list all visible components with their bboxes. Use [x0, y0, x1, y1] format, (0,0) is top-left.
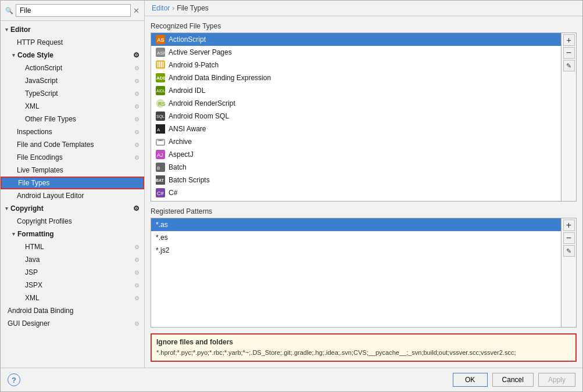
tree-item-gui-designer-label: GUI Designer: [8, 319, 50, 328]
file-type-android-9patch[interactable]: Android 9-Patch: [151, 59, 561, 71]
tree-item-http-request-label: HTTP Request: [17, 38, 63, 46]
gear-icon-other-file-types: ⚙: [134, 116, 140, 123]
file-type-batch[interactable]: B Batch: [151, 161, 561, 174]
file-type-icon-asp: ASP: [156, 48, 165, 57]
apply-button[interactable]: Apply: [538, 373, 575, 387]
tree-group-copyright[interactable]: ▾ Copyright ⚙: [1, 202, 144, 215]
tree-group-editor[interactable]: ▾ Editor: [1, 23, 144, 36]
svg-text:ASP: ASP: [157, 51, 165, 56]
tree-item-copyright-profiles[interactable]: Copyright Profiles: [1, 215, 144, 228]
file-type-archive[interactable]: Archive: [151, 135, 561, 148]
edit-file-type-button[interactable]: ✎: [563, 60, 575, 71]
tree-item-live-templates-label: Live Templates: [17, 166, 63, 174]
tree-item-android-data-binding-label: Android Data Binding: [8, 307, 73, 315]
breadcrumb-parent[interactable]: Editor: [152, 4, 170, 12]
tree-item-html[interactable]: HTML ⚙: [1, 240, 144, 253]
pattern-item-es[interactable]: *.es: [151, 231, 561, 244]
tree-item-http-request[interactable]: HTTP Request: [1, 36, 144, 49]
file-type-active-server-pages[interactable]: ASP Active Server Pages: [151, 46, 561, 59]
file-type-android-idl[interactable]: AIDL Android IDL: [151, 84, 561, 97]
file-type-icon-archive: [156, 137, 165, 146]
file-type-batch-scripts[interactable]: BAT Batch Scripts: [151, 174, 561, 186]
tree-group-code-style[interactable]: ▾ Code Style ⚙: [1, 49, 144, 62]
svg-text:ADB: ADB: [156, 75, 165, 81]
file-type-label-archive: Archive: [169, 138, 192, 146]
tree-item-inspections-label: Inspections: [17, 128, 52, 136]
add-pattern-button[interactable]: +: [563, 220, 575, 231]
tree-item-file-encodings[interactable]: File Encodings ⚙: [1, 151, 144, 164]
gear-icon-jspx: ⚙: [134, 282, 140, 289]
tree-item-android-layout-editor[interactable]: Android Layout Editor: [1, 189, 144, 202]
file-type-android-renderscript[interactable]: RS Android RenderScript: [151, 97, 561, 110]
svg-text:AJ: AJ: [157, 152, 163, 158]
expand-arrow-editor: ▾: [5, 27, 8, 33]
expand-arrow-formatting: ▾: [12, 231, 15, 237]
tree-group-formatting-label: Formatting: [17, 230, 54, 238]
tree-item-jsp-label: JSP: [25, 268, 38, 276]
tree-item-typescript[interactable]: TypeScript ⚙: [1, 87, 144, 100]
pattern-item-as[interactable]: *.as: [151, 218, 561, 231]
file-type-label-9patch: Android 9-Patch: [169, 61, 219, 69]
right-content: Recognized File Types AS ActionScript: [145, 16, 582, 368]
ok-button[interactable]: OK: [453, 373, 488, 387]
file-type-android-data-binding[interactable]: ADB Android Data Binding Expression: [151, 71, 561, 84]
svg-text:SQL: SQL: [156, 114, 164, 119]
gear-icon-file-code-templates: ⚙: [134, 142, 140, 148]
tree-item-android-data-binding[interactable]: Android Data Binding: [1, 304, 144, 317]
patterns-list-container: *.as *.es *.js2 + − ✎: [151, 218, 577, 327]
tree-item-live-templates[interactable]: Live Templates: [1, 164, 144, 177]
tree-item-jspx-label: JSPX: [25, 281, 42, 289]
tree-group-editor-label: Editor: [10, 26, 31, 34]
tree-item-file-encodings-label: File Encodings: [17, 153, 63, 161]
file-types-buttons: + − ✎: [561, 33, 577, 202]
tree-item-actionscript[interactable]: ActionScript ⚙: [1, 62, 144, 74]
breadcrumb: Editor › File Types: [145, 1, 582, 16]
right-panel: Editor › File Types Recognized File Type…: [145, 1, 582, 368]
tree-item-actionscript-label: ActionScript: [25, 64, 62, 72]
edit-pattern-button[interactable]: ✎: [563, 245, 575, 257]
tree-item-inspections[interactable]: Inspections ⚙: [1, 125, 144, 138]
file-type-label-batch: Batch: [169, 163, 187, 171]
pattern-item-js2[interactable]: *.js2: [151, 244, 561, 257]
file-type-label-renderscript: Android RenderScript: [169, 99, 235, 107]
file-type-csharp[interactable]: C# C#: [151, 186, 561, 199]
help-button[interactable]: ?: [8, 373, 20, 386]
file-type-icon-roomsql: SQL: [156, 112, 165, 121]
file-type-icon-csharp: C#: [156, 188, 165, 197]
tree-item-xml-formatting[interactable]: XML ⚙: [1, 292, 144, 304]
search-clear-icon[interactable]: ✕: [133, 6, 140, 15]
add-file-type-button[interactable]: +: [563, 34, 575, 46]
tree-item-file-types[interactable]: File Types: [1, 177, 144, 189]
expand-arrow-code-style: ▾: [12, 52, 15, 58]
tree-group-formatting[interactable]: ▾ Formatting: [1, 228, 144, 240]
gear-icon-code-style: ⚙: [133, 51, 140, 59]
dialog-buttons: ? OK Cancel Apply: [1, 368, 582, 391]
file-type-label-batch-scripts: Batch Scripts: [169, 176, 210, 184]
remove-file-type-button[interactable]: −: [563, 47, 575, 59]
gear-icon-xml: ⚙: [134, 103, 140, 110]
tree-item-file-code-templates-label: File and Code Templates: [17, 141, 94, 149]
tree-item-gui-designer[interactable]: GUI Designer ⚙: [1, 317, 144, 330]
file-type-aspectj[interactable]: AJ AspectJ: [151, 148, 561, 161]
search-input[interactable]: [16, 4, 131, 17]
file-type-actionscript[interactable]: AS ActionScript: [151, 33, 561, 46]
tree-item-jsp[interactable]: JSP ⚙: [1, 266, 144, 279]
file-type-icon-aidl: AIDL: [156, 86, 165, 95]
file-type-label-asp: Active Server Pages: [169, 48, 232, 56]
gear-icon-copyright: ⚙: [133, 204, 140, 213]
file-type-icon-aspectj: AJ: [156, 150, 165, 159]
gear-icon-javascript: ⚙: [134, 78, 140, 84]
cancel-button[interactable]: Cancel: [492, 373, 534, 387]
search-bar: 🔍 ✕: [1, 1, 144, 21]
tree-item-xml[interactable]: XML ⚙: [1, 100, 144, 113]
pattern-label-es: *.es: [156, 233, 168, 242]
remove-pattern-button[interactable]: −: [563, 232, 575, 244]
tree-item-java[interactable]: Java ⚙: [1, 253, 144, 266]
tree-item-javascript[interactable]: JavaScript ⚙: [1, 74, 144, 87]
tree-item-other-file-types[interactable]: Other File Types ⚙: [1, 113, 144, 125]
registered-patterns-section: Registered Patterns *.as *.es *.js2: [151, 207, 577, 327]
tree-item-jspx[interactable]: JSPX ⚙: [1, 279, 144, 292]
file-type-android-room-sql[interactable]: SQL Android Room SQL: [151, 110, 561, 123]
file-type-ansi-aware[interactable]: A ANSI Aware: [151, 123, 561, 135]
tree-item-file-code-templates[interactable]: File and Code Templates ⚙: [1, 138, 144, 151]
